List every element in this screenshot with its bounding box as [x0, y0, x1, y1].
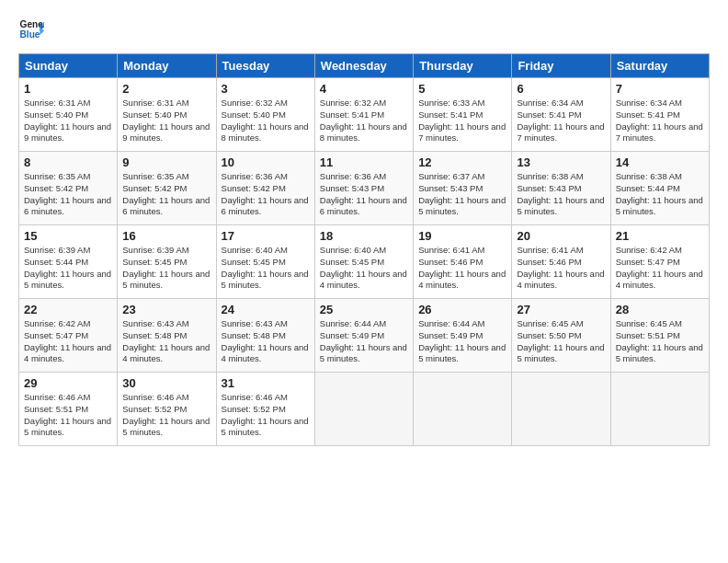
day-number: 2	[122, 82, 210, 96]
day-number: 26	[418, 303, 506, 316]
weekday-header-row: Sunday Monday Tuesday Wednesday Thursday…	[19, 54, 710, 78]
day-number: 13	[517, 155, 605, 169]
day-cell: 3 Sunrise: 6:32 AMSunset: 5:40 PMDayligh…	[216, 78, 314, 152]
empty-cell	[610, 373, 709, 446]
day-cell: 16 Sunrise: 6:39 AMSunset: 5:45 PMDaylig…	[118, 225, 216, 299]
empty-cell	[512, 373, 610, 446]
day-number: 5	[418, 82, 506, 96]
day-number: 24	[222, 303, 310, 316]
day-cell: 2 Sunrise: 6:31 AMSunset: 5:40 PMDayligh…	[118, 78, 216, 152]
day-cell: 27 Sunrise: 6:45 AMSunset: 5:50 PMDaylig…	[512, 299, 610, 373]
day-number: 4	[320, 82, 408, 96]
logo: General Blue	[18, 17, 48, 42]
day-cell: 23 Sunrise: 6:43 AMSunset: 5:48 PMDaylig…	[118, 299, 216, 373]
day-cell: 15 Sunrise: 6:39 AMSunset: 5:44 PMDaylig…	[19, 225, 118, 299]
day-cell: 10 Sunrise: 6:36 AMSunset: 5:42 PMDaylig…	[216, 152, 314, 225]
cell-details: Sunrise: 6:40 AMSunset: 5:45 PMDaylight:…	[320, 245, 407, 290]
header-friday: Friday	[512, 54, 610, 78]
cell-details: Sunrise: 6:42 AMSunset: 5:47 PMDaylight:…	[24, 318, 111, 363]
cell-details: Sunrise: 6:32 AMSunset: 5:41 PMDaylight:…	[320, 98, 407, 143]
cell-details: Sunrise: 6:45 AMSunset: 5:51 PMDaylight:…	[616, 318, 703, 363]
day-number: 10	[222, 155, 310, 169]
day-cell: 22 Sunrise: 6:42 AMSunset: 5:47 PMDaylig…	[19, 299, 118, 373]
cell-details: Sunrise: 6:43 AMSunset: 5:48 PMDaylight:…	[122, 318, 210, 363]
logo-icon: General Blue	[18, 17, 44, 42]
day-cell: 30 Sunrise: 6:46 AMSunset: 5:52 PMDaylig…	[118, 373, 216, 446]
day-number: 6	[517, 82, 605, 96]
cell-details: Sunrise: 6:46 AMSunset: 5:52 PMDaylight:…	[122, 392, 210, 437]
day-number: 12	[418, 155, 506, 169]
cell-details: Sunrise: 6:36 AMSunset: 5:42 PMDaylight:…	[222, 171, 309, 216]
day-cell: 31 Sunrise: 6:46 AMSunset: 5:52 PMDaylig…	[216, 373, 314, 446]
cell-details: Sunrise: 6:40 AMSunset: 5:45 PMDaylight:…	[222, 245, 309, 290]
day-cell: 6 Sunrise: 6:34 AMSunset: 5:41 PMDayligh…	[512, 78, 610, 152]
day-number: 3	[222, 82, 310, 96]
day-number: 23	[122, 303, 210, 316]
day-number: 21	[616, 229, 704, 243]
day-cell: 20 Sunrise: 6:41 AMSunset: 5:46 PMDaylig…	[512, 225, 610, 299]
cell-details: Sunrise: 6:44 AMSunset: 5:49 PMDaylight:…	[418, 318, 506, 363]
day-cell: 17 Sunrise: 6:40 AMSunset: 5:45 PMDaylig…	[216, 225, 314, 299]
day-cell: 9 Sunrise: 6:35 AMSunset: 5:42 PMDayligh…	[118, 152, 216, 225]
day-cell: 18 Sunrise: 6:40 AMSunset: 5:45 PMDaylig…	[314, 225, 413, 299]
header-wednesday: Wednesday	[314, 54, 413, 78]
day-cell: 11 Sunrise: 6:36 AMSunset: 5:43 PMDaylig…	[314, 152, 413, 225]
header-sunday: Sunday	[19, 54, 118, 78]
calendar: Sunday Monday Tuesday Wednesday Thursday…	[18, 53, 710, 446]
cell-details: Sunrise: 6:34 AMSunset: 5:41 PMDaylight:…	[616, 98, 703, 143]
day-cell: 24 Sunrise: 6:43 AMSunset: 5:48 PMDaylig…	[216, 299, 314, 373]
day-number: 29	[24, 376, 112, 390]
cell-details: Sunrise: 6:46 AMSunset: 5:51 PMDaylight:…	[24, 392, 111, 437]
day-cell: 7 Sunrise: 6:34 AMSunset: 5:41 PMDayligh…	[610, 78, 709, 152]
cell-details: Sunrise: 6:46 AMSunset: 5:52 PMDaylight:…	[222, 392, 309, 437]
day-cell: 8 Sunrise: 6:35 AMSunset: 5:42 PMDayligh…	[19, 152, 118, 225]
cell-details: Sunrise: 6:39 AMSunset: 5:44 PMDaylight:…	[24, 245, 111, 290]
day-number: 25	[320, 303, 408, 316]
day-number: 16	[122, 229, 210, 243]
calendar-row: 29 Sunrise: 6:46 AMSunset: 5:51 PMDaylig…	[19, 373, 710, 446]
day-number: 22	[24, 303, 112, 316]
cell-details: Sunrise: 6:37 AMSunset: 5:43 PMDaylight:…	[418, 171, 506, 216]
cell-details: Sunrise: 6:42 AMSunset: 5:47 PMDaylight:…	[616, 245, 703, 290]
day-cell: 14 Sunrise: 6:38 AMSunset: 5:44 PMDaylig…	[610, 152, 709, 225]
page: General Blue Sunday Monday Tuesday Wedne…	[0, 0, 728, 563]
svg-text:Blue: Blue	[20, 29, 40, 40]
day-cell: 4 Sunrise: 6:32 AMSunset: 5:41 PMDayligh…	[314, 78, 413, 152]
header-tuesday: Tuesday	[216, 54, 314, 78]
day-number: 18	[320, 229, 408, 243]
cell-details: Sunrise: 6:34 AMSunset: 5:41 PMDaylight:…	[517, 98, 604, 143]
day-cell: 19 Sunrise: 6:41 AMSunset: 5:46 PMDaylig…	[414, 225, 512, 299]
header-monday: Monday	[118, 54, 216, 78]
cell-details: Sunrise: 6:38 AMSunset: 5:44 PMDaylight:…	[616, 171, 703, 216]
day-number: 14	[616, 155, 704, 169]
calendar-row: 15 Sunrise: 6:39 AMSunset: 5:44 PMDaylig…	[19, 225, 710, 299]
day-number: 20	[517, 229, 605, 243]
cell-details: Sunrise: 6:32 AMSunset: 5:40 PMDaylight:…	[222, 98, 309, 143]
day-cell: 21 Sunrise: 6:42 AMSunset: 5:47 PMDaylig…	[610, 225, 709, 299]
day-number: 8	[24, 155, 112, 169]
cell-details: Sunrise: 6:41 AMSunset: 5:46 PMDaylight:…	[418, 245, 506, 290]
day-number: 1	[24, 82, 112, 96]
day-cell: 25 Sunrise: 6:44 AMSunset: 5:49 PMDaylig…	[314, 299, 413, 373]
calendar-row: 22 Sunrise: 6:42 AMSunset: 5:47 PMDaylig…	[19, 299, 710, 373]
day-cell: 26 Sunrise: 6:44 AMSunset: 5:49 PMDaylig…	[414, 299, 512, 373]
calendar-row: 1 Sunrise: 6:31 AMSunset: 5:40 PMDayligh…	[19, 78, 710, 152]
empty-cell	[414, 373, 512, 446]
cell-details: Sunrise: 6:31 AMSunset: 5:40 PMDaylight:…	[24, 98, 111, 143]
cell-details: Sunrise: 6:44 AMSunset: 5:49 PMDaylight:…	[320, 318, 407, 363]
calendar-row: 8 Sunrise: 6:35 AMSunset: 5:42 PMDayligh…	[19, 152, 710, 225]
cell-details: Sunrise: 6:35 AMSunset: 5:42 PMDaylight:…	[122, 171, 210, 216]
cell-details: Sunrise: 6:39 AMSunset: 5:45 PMDaylight:…	[122, 245, 210, 290]
day-cell: 5 Sunrise: 6:33 AMSunset: 5:41 PMDayligh…	[414, 78, 512, 152]
header-saturday: Saturday	[610, 54, 709, 78]
day-number: 9	[122, 155, 210, 169]
day-number: 27	[517, 303, 605, 316]
header-thursday: Thursday	[414, 54, 512, 78]
empty-cell	[314, 373, 413, 446]
day-number: 15	[24, 229, 112, 243]
cell-details: Sunrise: 6:41 AMSunset: 5:46 PMDaylight:…	[517, 245, 604, 290]
day-number: 31	[222, 376, 310, 390]
day-cell: 13 Sunrise: 6:38 AMSunset: 5:43 PMDaylig…	[512, 152, 610, 225]
day-cell: 28 Sunrise: 6:45 AMSunset: 5:51 PMDaylig…	[610, 299, 709, 373]
cell-details: Sunrise: 6:33 AMSunset: 5:41 PMDaylight:…	[418, 98, 506, 143]
